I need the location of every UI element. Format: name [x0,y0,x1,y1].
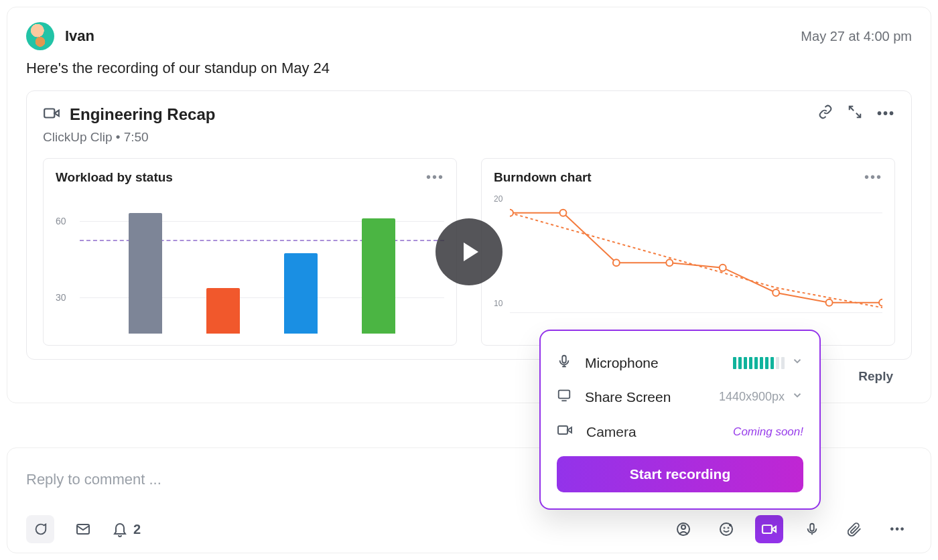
chevron-down-icon[interactable] [791,355,803,370]
bar-chart-more-icon[interactable]: ••• [426,169,444,185]
line-chart-area: 20 10 [494,193,882,334]
bar-chart-area: 60 30 [56,193,444,334]
line-y-tick: 20 [494,194,503,204]
notification-count: 2 [133,522,141,537]
video-camera-icon [43,104,60,125]
microphone-icon [557,354,572,372]
comment-icon[interactable] [26,515,54,543]
svg-rect-0 [44,109,54,118]
clip-title-row: Engineering Recap [43,104,215,125]
camera-row: Camera Coming soon! [557,414,803,449]
bar [284,253,318,334]
avatar[interactable] [26,22,54,50]
camera-status: Coming soon! [733,425,803,439]
line-chart-svg [510,193,882,333]
microphone-toolbar-icon[interactable] [798,515,826,543]
line-chart-card: Burndown chart ••• 20 10 [481,158,895,346]
bars [80,193,444,334]
clip-card: Engineering Recap ClickUp Clip • 7:50 [26,90,912,360]
svg-point-5 [613,259,620,266]
svg-rect-21 [558,426,567,434]
clip-meta: ClickUp Clip • 7:50 [43,130,215,145]
microphone-label: Microphone [585,355,659,371]
attachment-icon[interactable] [841,515,869,543]
bar-y-tick: 30 [56,292,66,303]
svg-rect-18 [810,524,814,531]
clip-source: ClickUp Clip [43,130,112,144]
microphone-row[interactable]: Microphone [557,346,803,380]
monitor-icon [557,388,572,406]
comment-header-left: Ivan [26,22,94,50]
notifications-button[interactable]: 2 [112,521,141,537]
bar-chart-title: Workload by status [56,170,173,185]
svg-point-6 [666,259,673,266]
play-button[interactable] [436,218,503,285]
more-toolbar-icon[interactable]: ••• [884,515,912,543]
svg-point-8 [773,289,779,296]
svg-rect-17 [762,525,772,533]
recording-popover: Microphone Share Screen 1440x900px [539,330,821,510]
link-icon[interactable] [818,104,833,122]
reply-link[interactable]: Reply [858,369,893,384]
emoji-icon[interactable] [712,515,740,543]
svg-point-13 [681,525,685,529]
more-icon[interactable]: ••• [877,106,895,121]
svg-point-9 [826,299,833,306]
svg-point-15 [724,528,725,529]
svg-point-3 [510,210,513,216]
svg-point-16 [728,528,729,529]
bar-y-tick: 60 [56,216,66,226]
clip-actions: ••• [818,104,895,122]
mention-icon[interactable] [669,515,697,543]
clip-head: Engineering Recap ClickUp Clip • 7:50 [43,104,895,145]
expand-icon[interactable] [848,104,862,122]
clip-duration: 7:50 [124,130,149,144]
camera-label: Camera [586,424,636,440]
svg-point-4 [559,210,566,216]
line-chart-more-icon[interactable]: ••• [864,169,882,185]
timestamp: May 27 at 4:00 pm [801,29,912,44]
reply-toolbar: 2 ••• [26,515,912,543]
line-y-tick: 10 [494,299,503,308]
share-screen-row[interactable]: Share Screen 1440x900px [557,380,803,414]
share-resolution: 1440x900px [719,390,785,404]
camera-icon [557,422,573,441]
toolbar-right: ••• [669,515,912,543]
start-recording-button[interactable]: Start recording [557,456,803,492]
author-name[interactable]: Ivan [65,27,94,45]
chevron-down-icon[interactable] [791,389,803,405]
toolbar-left: 2 [26,515,141,543]
svg-rect-20 [559,391,570,399]
svg-rect-19 [562,356,566,363]
charts-row: Workload by status ••• 60 30 [43,158,895,346]
bar [206,288,240,334]
comment-body: Here's the recording of our standup on M… [26,60,912,77]
mic-level-meter [733,357,785,369]
comment-header: Ivan May 27 at 4:00 pm [26,22,912,50]
record-clip-button[interactable] [755,515,783,543]
bar [362,218,395,334]
mail-icon[interactable] [69,515,97,543]
bar [129,213,162,334]
bar-chart-card: Workload by status ••• 60 30 [43,158,457,346]
svg-point-10 [879,299,882,306]
svg-point-7 [720,265,726,271]
clip-title: Engineering Recap [70,105,215,124]
line-chart-title: Burndown chart [494,170,592,185]
share-screen-label: Share Screen [585,389,671,405]
